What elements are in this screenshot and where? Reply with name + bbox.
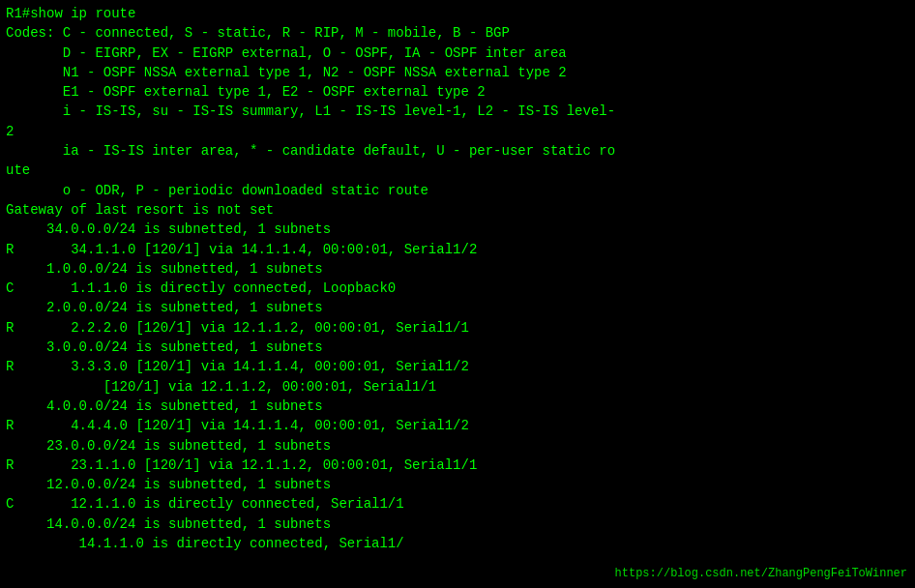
- terminal-line: o - ODR, P - periodic downloaded static …: [6, 181, 909, 200]
- terminal-line: ia - IS-IS inter area, * - candidate def…: [6, 141, 909, 161]
- terminal-line: R 34.1.1.0 [120/1] via 14.1.1.4, 00:00:0…: [6, 240, 909, 259]
- terminal-line: [120/1] via 12.1.1.2, 00:00:01, Serial1/…: [6, 377, 909, 397]
- terminal-line: Gateway of last resort is not set: [6, 200, 909, 220]
- terminal-line: 4.0.0.0/24 is subnetted, 1 subnets: [6, 397, 909, 416]
- terminal-line: 34.0.0.0/24 is subnetted, 1 subnets: [6, 220, 909, 239]
- terminal-output: R1#show ip routeCodes: C - connected, S …: [6, 4, 909, 553]
- terminal: R1#show ip routeCodes: C - connected, S …: [0, 0, 915, 588]
- terminal-line: R 3.3.3.0 [120/1] via 14.1.1.4, 00:00:01…: [6, 357, 909, 376]
- terminal-line: ute: [6, 161, 909, 180]
- terminal-line: C 1.1.1.0 is directly connected, Loopbac…: [6, 279, 909, 298]
- terminal-line: C 12.1.1.0 is directly connected, Serial…: [6, 494, 909, 514]
- terminal-line: 3.0.0.0/24 is subnetted, 1 subnets: [6, 338, 909, 357]
- terminal-line: 1.0.0.0/24 is subnetted, 1 subnets: [6, 259, 909, 279]
- terminal-line: R 23.1.1.0 [120/1] via 12.1.1.2, 00:00:0…: [6, 456, 909, 475]
- terminal-line: 14.0.0.0/24 is subnetted, 1 subnets: [6, 514, 909, 534]
- terminal-line: 14.1.1.0 is directly connected, Serial1/: [6, 534, 909, 553]
- terminal-line: 23.0.0.0/24 is subnetted, 1 subnets: [6, 436, 909, 456]
- terminal-line: R 4.4.4.0 [120/1] via 14.1.1.4, 00:00:01…: [6, 416, 909, 435]
- terminal-line: D - EIGRP, EX - EIGRP external, O - OSPF…: [6, 44, 909, 63]
- terminal-line: 2.0.0.0/24 is subnetted, 1 subnets: [6, 298, 909, 317]
- terminal-line: 12.0.0.0/24 is subnetted, 1 subnets: [6, 475, 909, 494]
- terminal-line: N1 - OSPF NSSA external type 1, N2 - OSP…: [6, 63, 909, 82]
- terminal-line: R 2.2.2.0 [120/1] via 12.1.1.2, 00:00:01…: [6, 318, 909, 338]
- terminal-line: R1#show ip route: [6, 4, 909, 23]
- terminal-line: 2: [6, 122, 909, 141]
- watermark: https://blog.csdn.net/ZhangPengFeiToWinn…: [615, 567, 907, 580]
- terminal-line: E1 - OSPF external type 1, E2 - OSPF ext…: [6, 82, 909, 102]
- terminal-line: Codes: C - connected, S - static, R - RI…: [6, 23, 909, 43]
- terminal-line: i - IS-IS, su - IS-IS summary, L1 - IS-I…: [6, 102, 909, 121]
